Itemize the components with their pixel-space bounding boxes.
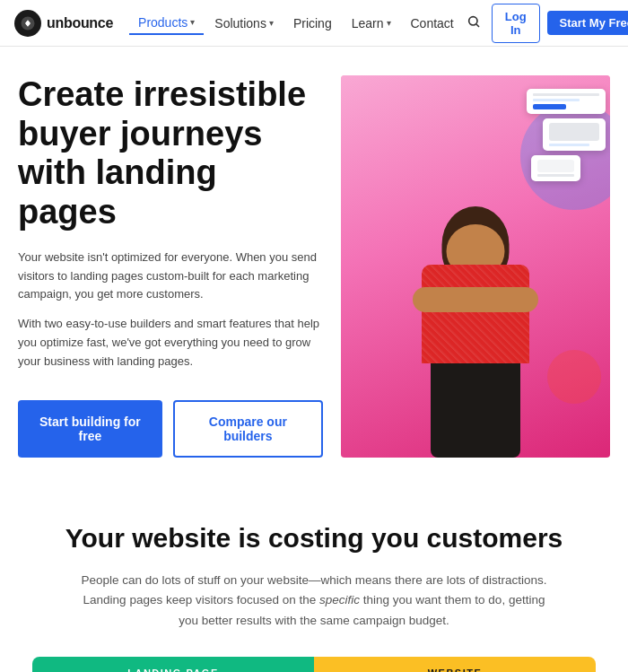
compare-builders-button[interactable]: Compare our builders <box>173 400 323 458</box>
navigation: unbounce Products ▾ Solutions ▾ Pricing … <box>0 0 628 47</box>
nav-link-learn[interactable]: Learn ▾ <box>343 13 400 34</box>
start-building-button[interactable]: Start building for free <box>18 400 162 458</box>
login-button[interactable]: Log In <box>492 4 540 43</box>
hero-desc-1: Your website isn't optimized for everyon… <box>18 249 323 304</box>
section-costing: Your website is costing you customers Pe… <box>0 479 628 672</box>
logo[interactable]: unbounce <box>14 10 113 37</box>
logo-text: unbounce <box>47 15 113 31</box>
hero-desc-2: With two easy-to-use builders and smart … <box>18 315 323 371</box>
comparison-blocks: LANDING PAGE 15% Off Bikes for Commuters… <box>32 657 596 672</box>
trial-button[interactable]: Start My Free Trial <box>547 11 628 35</box>
emphasis-word: specific <box>319 593 360 607</box>
logo-icon <box>14 10 41 37</box>
hero-buttons: Start building for free Compare our buil… <box>18 400 323 458</box>
products-arrow-icon: ▾ <box>190 17 195 27</box>
nav-actions: Log In Start My Free Trial <box>463 4 628 43</box>
svg-point-1 <box>26 21 31 25</box>
nav-links: Products ▾ Solutions ▾ Pricing Learn ▾ C… <box>129 12 463 35</box>
hero-section: Create irresistible buyer journeys with … <box>0 47 628 479</box>
comparison-section: LANDING PAGE 15% Off Bikes for Commuters… <box>18 657 610 672</box>
ui-overlay-cards <box>527 89 606 181</box>
landing-page-label: LANDING PAGE <box>127 668 219 672</box>
nav-link-products[interactable]: Products ▾ <box>129 12 204 35</box>
hero-content: Create irresistible buyer journeys with … <box>18 75 341 458</box>
hero-title: Create irresistible buyer journeys with … <box>18 75 323 232</box>
search-icon[interactable] <box>463 11 484 36</box>
svg-point-2 <box>468 16 476 24</box>
learn-arrow-icon: ▾ <box>387 18 391 28</box>
section2-desc: People can do lots of stuff on your webs… <box>81 571 547 633</box>
section2-title: Your website is costing you customers <box>18 522 610 554</box>
solutions-arrow-icon: ▾ <box>269 18 274 28</box>
nav-link-solutions[interactable]: Solutions ▾ <box>205 13 283 34</box>
landing-page-block: LANDING PAGE 15% Off Bikes for Commuters… <box>32 657 314 672</box>
nav-link-pricing[interactable]: Pricing <box>284 13 341 34</box>
hero-person <box>404 206 547 458</box>
website-block: WEBSITE 🛒 NEW ARRIVALS COLLECTIONS <box>314 657 596 672</box>
nav-link-contact[interactable]: Contact <box>402 13 463 34</box>
website-label: WEBSITE <box>428 668 483 672</box>
hero-image <box>341 75 610 458</box>
